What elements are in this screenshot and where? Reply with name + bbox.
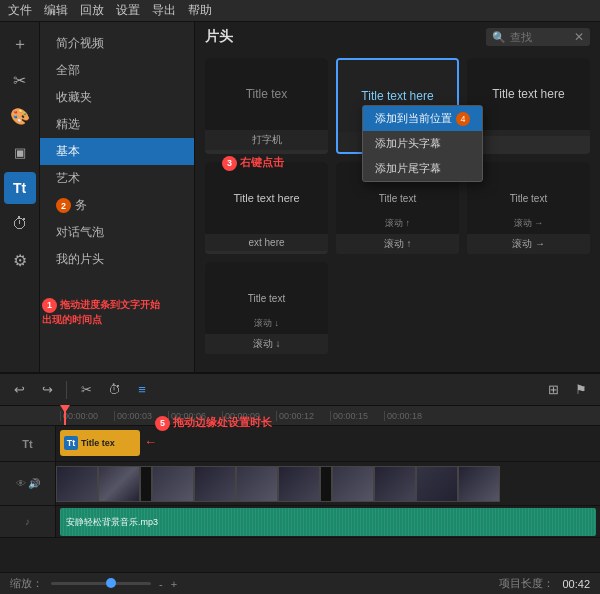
- tl-redo[interactable]: ↪: [36, 379, 58, 401]
- ruler-9: 00:00:09: [222, 411, 276, 421]
- video-ctrl-icon[interactable]: 👁: [16, 478, 26, 489]
- vid-thumb-12: [458, 466, 500, 502]
- tl-flag[interactable]: ⚑: [570, 379, 592, 401]
- vid-thumb-10: [374, 466, 416, 502]
- side-item-bubble[interactable]: 对话气泡: [40, 219, 194, 246]
- zoom-slider[interactable]: [51, 582, 151, 585]
- thumb-text-plain3: Title text here: [492, 87, 564, 101]
- search-input[interactable]: [510, 31, 570, 43]
- menu-export[interactable]: 导出: [152, 2, 176, 19]
- tl-speed[interactable]: ⏱: [103, 379, 125, 401]
- ruler-marks: 00:00:00 00:00:03 00:00:06 00:00:09 00:0…: [60, 411, 438, 421]
- vid-thumb-7: [278, 466, 320, 502]
- thumb-rolling3: Title text: [248, 293, 285, 304]
- thumb-text-plain4: Title text here: [233, 192, 299, 204]
- tl-fullscreen[interactable]: ⊞: [542, 379, 564, 401]
- ctx-badge-4: 4: [456, 112, 470, 126]
- toolbar-clock[interactable]: ⏱: [4, 208, 36, 240]
- tl-undo[interactable]: ↩: [8, 379, 30, 401]
- grid-item-rolling2[interactable]: Title text 滚动 → 滚动 →: [467, 162, 590, 254]
- video-lock-icon[interactable]: 🔊: [28, 478, 40, 489]
- grid-label-typewriter: 打字机: [205, 130, 328, 150]
- audio-ctrl-icon[interactable]: ♪: [25, 516, 30, 527]
- vid-thumb-2: [98, 466, 140, 502]
- vid-thumb-9: [332, 466, 374, 502]
- duration-label: 项目长度：: [499, 576, 554, 591]
- side-item-art[interactable]: 艺术: [40, 165, 194, 192]
- video-track-row: 👁 🔊: [0, 462, 600, 506]
- playhead: [64, 406, 66, 425]
- scroll-up-indicator: 滚动 ↑: [385, 217, 410, 230]
- menu-help[interactable]: 帮助: [188, 2, 212, 19]
- search-box: 🔍 ✕: [486, 28, 590, 46]
- thumb-text-fadetext: Title text here: [361, 89, 433, 103]
- vid-thumb-6: [236, 466, 278, 502]
- side-item-my[interactable]: 我的片头: [40, 246, 194, 273]
- toolbar-text[interactable]: Tt: [4, 172, 36, 204]
- audio-clip[interactable]: 安静轻松背景音乐.mp3: [60, 508, 596, 536]
- tl-adjust[interactable]: ≡: [131, 379, 153, 401]
- zoom-decrease[interactable]: -: [159, 578, 163, 590]
- side-item-service[interactable]: 2 务: [40, 192, 194, 219]
- timeline-section: ↩ ↪ ✂ ⏱ ≡ ⊞ ⚑ 00:00:00 00:00:03 00:00:06…: [0, 372, 600, 572]
- content-header: 片头 🔍 ✕: [195, 22, 600, 52]
- grid-item-plain4[interactable]: Title text here ext here: [205, 162, 328, 254]
- toolbar-color[interactable]: 🎨: [4, 100, 36, 132]
- menu-playback[interactable]: 回放: [80, 2, 104, 19]
- menu-edit[interactable]: 编辑: [44, 2, 68, 19]
- tl-split[interactable]: ✂: [75, 379, 97, 401]
- ctx-add-footer[interactable]: 添加片尾字幕: [363, 156, 482, 181]
- toolbar-settings[interactable]: ⚙: [4, 244, 36, 276]
- ruler-18: 00:00:18: [384, 411, 438, 421]
- ctx-add-header[interactable]: 添加片头字幕: [363, 131, 482, 156]
- video-track-ctrl: 👁 🔊: [0, 462, 56, 505]
- grid-label-plain3: [467, 130, 590, 136]
- menu-settings[interactable]: 设置: [116, 2, 140, 19]
- grid-item-plain3[interactable]: Title text here: [467, 58, 590, 154]
- toolbar-media[interactable]: ▣: [4, 136, 36, 168]
- context-menu: 添加到当前位置 4 添加片头字幕 添加片尾字幕: [362, 105, 483, 182]
- vid-thumb-11: [416, 466, 458, 502]
- side-item-featured[interactable]: 精选: [40, 111, 194, 138]
- zoom-increase[interactable]: +: [171, 578, 177, 590]
- duration-value: 00:42: [562, 578, 590, 590]
- zoom-label: 缩放：: [10, 576, 43, 591]
- side-item-all[interactable]: 全部: [40, 57, 194, 84]
- grid-item-rolling3[interactable]: Title text 滚动 ↓ 滚动 ↓: [205, 262, 328, 354]
- grid-label-rolling3: 滚动 ↓: [205, 334, 328, 354]
- grid-label-rolling1: 滚动 ↑: [336, 234, 459, 254]
- scroll-right-indicator: 滚动 →: [514, 217, 544, 230]
- audio-track-content: 安静轻松背景音乐.mp3: [56, 506, 600, 537]
- vid-thumb-3: [140, 466, 152, 502]
- vid-thumb-8: [320, 466, 332, 502]
- ctx-add-current[interactable]: 添加到当前位置 4: [363, 106, 482, 131]
- timeline-tracks: Tt Tt Title tex ← 👁 🔊: [0, 426, 600, 572]
- title-clip[interactable]: Tt Title tex: [60, 430, 140, 456]
- ruler-15: 00:00:15: [330, 411, 384, 421]
- side-item-favorites[interactable]: 收藏夹: [40, 84, 194, 111]
- side-item-basic[interactable]: 基本: [40, 138, 194, 165]
- vid-thumb-5: [194, 466, 236, 502]
- menubar: 文件 编辑 回放 设置 导出 帮助: [0, 0, 600, 22]
- thumb-rolling1: Title text: [379, 193, 416, 204]
- video-track-content: [56, 462, 600, 505]
- toolbar-cut[interactable]: ✂: [4, 64, 36, 96]
- audio-label: 安静轻松背景音乐.mp3: [66, 516, 158, 529]
- video-clip-1[interactable]: [56, 465, 500, 503]
- grid-item-typewriter[interactable]: Title tex 打字机: [205, 58, 328, 154]
- timeline-ruler: 00:00:00 00:00:03 00:00:06 00:00:09 00:0…: [0, 406, 600, 426]
- search-close-icon[interactable]: ✕: [574, 30, 584, 44]
- tl-sep1: [66, 381, 67, 399]
- menu-file[interactable]: 文件: [8, 2, 32, 19]
- playhead-head: [60, 405, 70, 413]
- side-item-intro[interactable]: 简介视频: [40, 30, 194, 57]
- vid-thumb-1: [56, 466, 98, 502]
- title-track-content: Tt Title tex ←: [56, 426, 600, 461]
- ruler-6: 00:00:06: [168, 411, 222, 421]
- grid-label-plain4: ext here: [205, 234, 328, 251]
- thumb-rolling2: Title text: [510, 193, 547, 204]
- title-track-row: Tt Tt Title tex ←: [0, 426, 600, 462]
- toolbar-add[interactable]: ＋: [4, 28, 36, 60]
- side-badge-2: 2: [56, 198, 71, 213]
- ann5-arrow: ←: [144, 434, 157, 449]
